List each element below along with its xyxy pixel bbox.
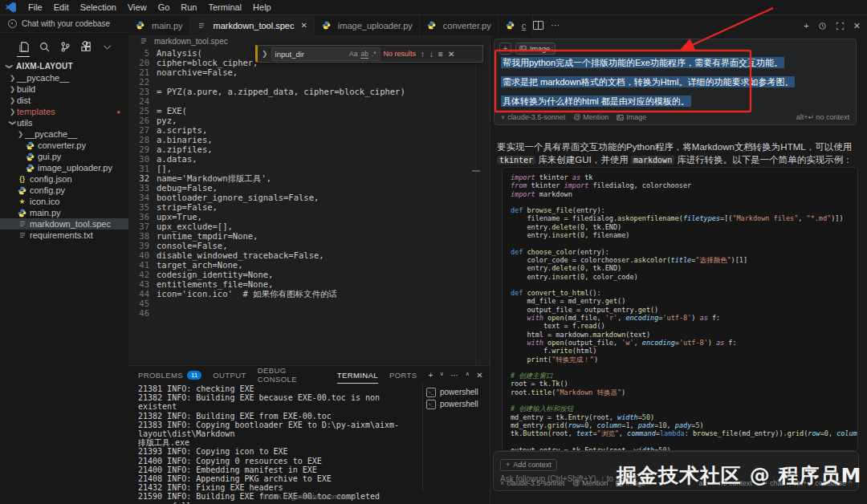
tree-item-config-py[interactable]: config.py (0, 185, 128, 196)
tab-main-py[interactable]: main.py (128, 15, 190, 35)
menu-file[interactable]: File (22, 2, 48, 12)
menu-go[interactable]: Go (153, 2, 176, 12)
panel-tab-terminal[interactable]: TERMINAL (337, 366, 378, 384)
chat-with-codebase[interactable]: Chat with your codebase (0, 15, 128, 33)
search-icon[interactable] (37, 39, 51, 54)
terminal-instance-powershell[interactable]: >_powershell (426, 398, 487, 410)
toggle-replace-icon[interactable]: ❯ (262, 50, 268, 58)
explorer-root[interactable]: ❯ AIXM-LAYOUT (0, 60, 128, 72)
match-case-icon[interactable]: Aa (349, 50, 357, 59)
model-selector[interactable]: ∧ claude-3.5-sonnet (500, 479, 564, 487)
panel-tab-ports[interactable]: PORTS (389, 366, 417, 384)
menu-selection[interactable]: Selection (75, 2, 122, 12)
explorer-icon[interactable] (16, 39, 31, 54)
tab-c[interactable]: c (499, 15, 534, 35)
tree-item-build[interactable]: ❯build (0, 83, 128, 95)
assistant-response-text: 要实现一个具有界面交互功能的Python程序，将Markdown文档转换为HTM… (497, 140, 855, 167)
terminal-dropdown-icon[interactable]: ∨ (440, 371, 445, 380)
breadcrumb-file: markdown_tool.spec (154, 37, 228, 46)
sidebar: Chat with your codebase ❯ AIXM-LAYOUT ❯_… (0, 15, 129, 504)
history-icon[interactable] (818, 22, 827, 30)
maximize-panel-icon[interactable]: ∧ (466, 371, 470, 380)
find-prev-icon[interactable]: ↑ (421, 50, 425, 59)
tab-converter-py[interactable]: converter.py (420, 15, 499, 35)
python-file-icon (17, 209, 27, 217)
tree-item-__pycache__[interactable]: ❯__pycache__ (0, 72, 128, 83)
model-selector[interactable]: ∨ claude-3.5-sonnet (501, 113, 565, 121)
find-widget: ❯ input_dir Aa ab .* No results ↑ ↓ ≡ ✕ (255, 45, 483, 63)
editor-code-area[interactable]: 5Analysis(20cipher=block_cipher,21noarch… (128, 47, 490, 367)
tree-item-gui-py[interactable]: gui.py (0, 151, 128, 162)
line-number: 38 (128, 231, 157, 241)
tree-item-requirements-txt[interactable]: requirements.txt (0, 230, 128, 241)
editor-scrollbar[interactable] (475, 47, 476, 365)
line-number: 24 (128, 96, 157, 106)
mention-button[interactable]: @ Mention (572, 479, 608, 487)
menu-run[interactable]: Run (175, 2, 202, 12)
panel-tab-output[interactable]: OUTPUT (213, 366, 246, 384)
image-attachment-chip[interactable]: Image (515, 43, 556, 55)
vscode-logo-icon (6, 2, 16, 13)
tree-item-icon-ico[interactable]: ★icon.ico (0, 196, 128, 207)
scrollbar-handle[interactable] (472, 170, 480, 172)
user-message-line: 需求是把 markdown格式的文档，转换为Html。详细的功能要求如参考图。 (501, 76, 848, 87)
source-control-icon[interactable] (58, 39, 72, 54)
add-context-chip[interactable]: + Add context (500, 459, 557, 471)
tree-item-config-json[interactable]: {}config.json (0, 173, 128, 185)
close-chat-icon[interactable]: ✕ (853, 21, 861, 31)
tree-item-label: dist (17, 96, 31, 105)
tree-item-templates[interactable]: ❯templates● (0, 106, 128, 117)
panel-tab-problems[interactable]: PROBLEMS11 (138, 366, 201, 384)
add-attachment-button[interactable]: + (499, 43, 511, 55)
regex-icon[interactable]: .* (372, 50, 377, 59)
mention-button[interactable]: @ Mention (573, 113, 609, 121)
find-next-icon[interactable]: ↓ (429, 50, 434, 59)
editor-line-46: 46 (128, 308, 490, 318)
close-find-icon[interactable]: ✕ (448, 50, 454, 59)
close-panel-icon[interactable]: ✕ (476, 371, 483, 380)
find-input[interactable]: input_dir Aa ab .* (271, 47, 381, 61)
code-line (511, 364, 857, 372)
chat-hint-label: Chat with your codebase (22, 19, 110, 28)
tree-item-__pycache__[interactable]: ❯__pycache__ (0, 128, 128, 140)
tab-label: c (522, 21, 527, 30)
vscode-window: FileEditSelectionViewGoRunTerminalHelp ←… (0, 0, 867, 504)
split-editor-icon[interactable] (533, 21, 543, 30)
expand-icon[interactable] (836, 22, 845, 30)
code-line (511, 239, 857, 247)
panel-tab-bar: PROBLEMS11OUTPUTDEBUG CONSOLETERMINALPOR… (128, 366, 490, 384)
panel-more-icon[interactable]: ⋯ (450, 371, 458, 380)
tree-item-dist[interactable]: ❯dist (0, 95, 128, 106)
whole-word-icon[interactable]: ab (360, 50, 368, 59)
terminal-ai-hint: Ctrl+K to generate a command (128, 493, 490, 501)
line-number: 31 (128, 164, 157, 173)
panel-tab-debug-console[interactable]: DEBUG CONSOLE (258, 366, 326, 384)
editor-line-22: 22 (128, 77, 490, 87)
terminal-instance-list: >_powershell>_powershell (426, 386, 487, 410)
new-terminal-icon[interactable]: + (429, 371, 434, 380)
tree-item-converter-py[interactable]: converter.py (0, 140, 128, 151)
menu-help[interactable]: Help (247, 2, 277, 12)
new-chat-icon[interactable]: + (804, 21, 808, 30)
tree-item-utils[interactable]: ❯utils (0, 117, 128, 128)
tree-item-image_uploader-py[interactable]: image_uploader.py (0, 162, 128, 173)
menu-edit[interactable]: Edit (48, 2, 75, 12)
terminal-instance-powershell[interactable]: >_powershell (426, 386, 487, 398)
terminal-line: 21381 INFO: checking EXE (138, 384, 417, 393)
find-results-count: No results (384, 50, 417, 58)
chevron-down-icon[interactable] (100, 39, 114, 54)
more-actions-icon[interactable]: ⋯ (551, 20, 560, 30)
tree-item-markdown_tool-spec[interactable]: markdown_tool.spec (0, 218, 128, 230)
terminal-output[interactable]: 21381 INFO: checking EXE21382 INFO: Buil… (138, 384, 417, 504)
close-tab-icon[interactable]: ✕ (300, 21, 307, 30)
tab-image_uploader-py[interactable]: image_uploader.py (315, 15, 420, 35)
find-in-selection-icon[interactable]: ≡ (438, 50, 443, 59)
image-button[interactable]: Image (617, 113, 646, 121)
assistant-code-block[interactable]: import tkinter as tkfrom tkinter import … (502, 167, 858, 451)
user-message-card[interactable]: + Image 帮我用python完成一个排版功能的Exe功能程序，需要有界面交… (494, 39, 857, 125)
menu-view[interactable]: View (122, 2, 153, 12)
tree-item-main-py[interactable]: main.py (0, 207, 128, 218)
menu-terminal[interactable]: Terminal (203, 2, 248, 12)
tab-markdown_tool-spec[interactable]: markdown_tool.spec✕ (190, 15, 315, 35)
extensions-icon[interactable] (79, 39, 93, 54)
